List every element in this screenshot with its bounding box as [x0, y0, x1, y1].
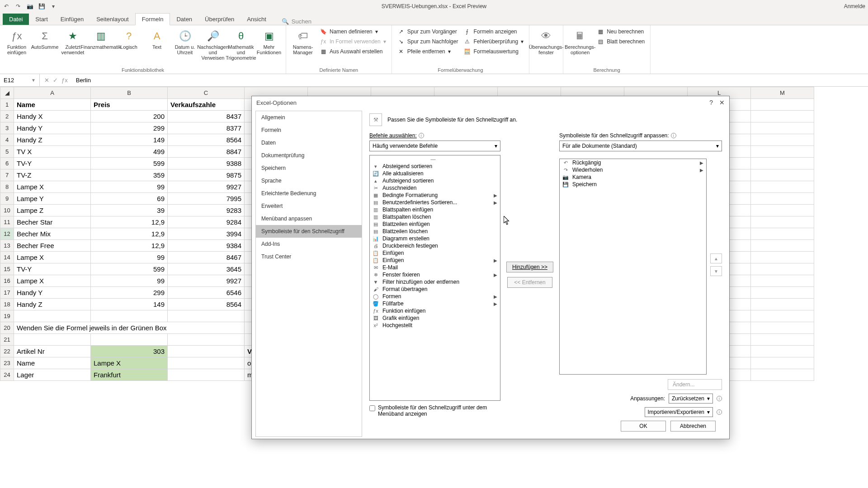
row-header[interactable]: 20 [0, 322, 14, 334]
cell[interactable]: 299 [91, 122, 168, 134]
cell[interactable]: 8564 [168, 134, 245, 146]
cell[interactable]: Artikel Nr [14, 346, 91, 357]
dialog-nav-item[interactable]: Speichern [256, 162, 362, 174]
list-item[interactable]: 📊Diagramm erstellen [370, 235, 500, 242]
camera-icon[interactable]: 📷 [26, 3, 33, 10]
list-item[interactable]: 🖨Druckbereich festlegen [370, 242, 500, 249]
row-header[interactable]: 11 [0, 216, 14, 228]
row-header[interactable]: 4 [0, 134, 14, 146]
cell[interactable]: 12,9 [91, 228, 168, 240]
cell[interactable]: 9927 [168, 275, 245, 287]
tab-formulas[interactable]: Formeln [135, 13, 170, 25]
cell[interactable]: 200 [91, 111, 168, 122]
name-manager-button[interactable]: 🏷Namens-Manager [290, 27, 316, 57]
row-header[interactable]: 1 [0, 99, 14, 111]
cell[interactable]: 9283 [168, 205, 245, 216]
cell[interactable]: 9927 [168, 181, 245, 193]
cell[interactable]: 149 [91, 134, 168, 146]
list-item[interactable]: — [370, 155, 500, 163]
redo-icon[interactable]: ↷ [14, 3, 22, 10]
list-item[interactable]: 🖼Grafik einfügen [370, 314, 500, 322]
cell[interactable]: 99 [91, 181, 168, 193]
search-box[interactable]: 🔍 Suchen [282, 18, 311, 25]
col-header-B[interactable]: B [91, 87, 168, 99]
cell[interactable]: Frankfurt [91, 369, 168, 381]
dialog-nav-item[interactable]: Add-Ins [256, 238, 362, 250]
info-icon[interactable]: i [717, 396, 722, 401]
account-link[interactable]: Anmelde [844, 3, 865, 9]
dialog-nav-item[interactable]: Erweitert [256, 200, 362, 212]
row-header[interactable]: 24 [0, 369, 14, 381]
col-header-A[interactable]: A [14, 87, 91, 99]
cell[interactable]: 99 [91, 275, 168, 287]
list-item[interactable]: ▥Blattspalten einfügen [370, 206, 500, 213]
calc-now-button[interactable]: ▦Neu berechnen [595, 27, 646, 36]
dialog-nav-item[interactable]: Menüband anpassen [256, 212, 362, 225]
list-item[interactable]: ƒxFunktion einfügen [370, 307, 500, 314]
cell[interactable]: Verkaufszahle [168, 99, 245, 111]
cell[interactable]: Lampe Z [14, 205, 91, 216]
cell[interactable]: Name [14, 99, 91, 111]
list-item[interactable]: ▼Filter hinzufügen oder entfernen [370, 278, 500, 286]
cell[interactable]: Lampe X [91, 357, 168, 369]
dialog-nav-item[interactable]: Daten [256, 136, 362, 149]
list-item[interactable]: 📋Einfügen▶ [370, 257, 500, 264]
trace-precedents-button[interactable]: ↗Spur zum Vorgänger [396, 27, 460, 36]
cell[interactable]: Becher Star [14, 216, 91, 228]
help-icon[interactable]: ? [709, 99, 713, 106]
cell[interactable]: 9284 [168, 216, 245, 228]
list-item[interactable]: ▴Aufsteigend sortieren [370, 177, 500, 184]
cell[interactable]: Handy Z [14, 299, 91, 310]
cell[interactable]: 12,9 [91, 216, 168, 228]
row-header[interactable]: 9 [0, 193, 14, 205]
cell[interactable]: Handy Y [14, 122, 91, 134]
modify-button[interactable]: Ändern... [668, 379, 722, 390]
choose-commands-combo[interactable]: Häufig verwendete Befehle▾ [369, 141, 500, 151]
dialog-nav-item[interactable]: Trust Center [256, 250, 362, 263]
cell[interactable]: 99 [91, 252, 168, 263]
save-icon[interactable]: 💾 [38, 3, 45, 10]
calc-options-button[interactable]: 🖩Berechnungs-optionen [567, 27, 593, 57]
move-down-button[interactable]: ▼ [710, 266, 722, 276]
list-item[interactable]: ✂Ausschneiden [370, 184, 500, 192]
info-icon[interactable]: i [671, 133, 676, 138]
list-item[interactable]: x²Hochgestellt [370, 322, 500, 329]
move-up-button[interactable]: ▲ [710, 253, 722, 263]
define-name-button[interactable]: 🔖Namen definieren ▾ [318, 27, 388, 36]
fx-bar-icon[interactable]: ƒx [61, 77, 68, 84]
create-from-selection-button[interactable]: ▦Aus Auswahl erstellen [318, 47, 388, 56]
list-item[interactable]: ▥Blattspalten löschen [370, 213, 500, 221]
cell[interactable]: 6546 [168, 287, 245, 299]
ok-button[interactable]: OK [621, 421, 666, 432]
dialog-nav-item[interactable]: Formeln [256, 124, 362, 136]
customize-qat-combo[interactable]: Für alle Dokumente (Standard)▾ [559, 141, 722, 151]
cell[interactable]: Handy Z [14, 134, 91, 146]
row-header[interactable]: 18 [0, 299, 14, 310]
cell[interactable]: 299 [91, 287, 168, 299]
cell[interactable]: 3645 [168, 263, 245, 275]
list-item[interactable]: ❄Fenster fixieren▶ [370, 271, 500, 278]
row-header[interactable]: 3 [0, 122, 14, 134]
list-item[interactable]: 🔄Alle aktualisieren [370, 170, 500, 177]
cancel-icon[interactable]: ✕ [44, 77, 49, 84]
enter-icon[interactable]: ✓ [53, 77, 58, 84]
lookup-button[interactable]: 🔎Nachschlagen und Verweisen [200, 27, 226, 62]
cancel-button[interactable]: Abbrechen [670, 421, 716, 432]
tab-page-layout[interactable]: Seitenlayout [90, 14, 135, 25]
list-item[interactable]: ▦Bedingte Formatierung▶ [370, 192, 500, 199]
tab-insert[interactable]: Einfügen [54, 14, 90, 25]
row-header[interactable]: 19 [0, 310, 14, 322]
row-header[interactable]: 15 [0, 263, 14, 275]
cell[interactable]: 8847 [168, 146, 245, 158]
cell[interactable]: Wenden Sie die Formel jeweils in der Grü… [14, 322, 245, 334]
select-all-corner[interactable]: ◢ [0, 87, 14, 99]
cell[interactable]: 599 [91, 263, 168, 275]
error-checking-button[interactable]: ⚠Fehlerüberprüfung ▾ [462, 37, 525, 46]
list-item[interactable]: ↷Wiederholen▶ [560, 166, 706, 174]
list-item[interactable]: ✉E-Mail [370, 264, 500, 271]
dialog-nav-item[interactable]: Dokumentprüfung [256, 149, 362, 162]
cell[interactable]: Becher Mix [14, 228, 91, 240]
tab-view[interactable]: Ansicht [241, 14, 273, 25]
commands-listbox[interactable]: —▾Absteigend sortieren🔄Alle aktualisiere… [369, 155, 500, 401]
cell[interactable]: 359 [91, 169, 168, 181]
